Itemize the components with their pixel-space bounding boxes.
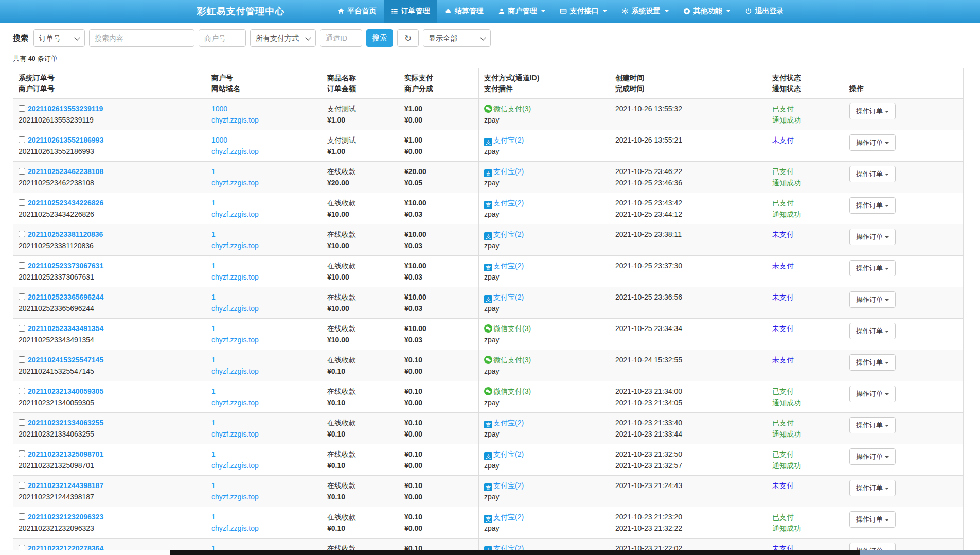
order-checkbox[interactable] [19,356,25,363]
merchant-id-input[interactable] [199,29,246,47]
order-action-button[interactable]: 操作订单 [849,386,896,402]
order-checkbox[interactable] [19,199,25,206]
order-checkbox[interactable] [19,419,25,426]
order-action-button[interactable]: 操作订单 [849,511,896,528]
site-domain-link[interactable]: chyzf.zzgis.top [211,336,259,344]
merchant-id-link[interactable]: 1 [211,450,216,458]
nav-item-home[interactable]: 平台首页 [330,0,384,23]
merchant-id-link[interactable]: 1 [211,481,216,490]
order-checkbox[interactable] [19,262,25,269]
order-checkbox[interactable] [19,293,25,300]
pay-status: 已支付 [772,166,839,177]
system-order-link[interactable]: 2021102613552186993 [28,136,103,144]
chevron-down-icon [885,456,889,458]
system-order-link[interactable]: 2021102523365696244 [28,293,103,301]
order-action-button[interactable]: 操作订单 [849,260,896,276]
order-action-button[interactable]: 操作订单 [849,448,896,465]
system-order-link[interactable]: 2021102321334063255 [28,419,103,427]
order-action-button[interactable]: 操作订单 [849,417,896,433]
site-domain-link[interactable]: chyzf.zzgis.top [211,147,259,155]
site-domain-link[interactable]: chyzf.zzgis.top [211,116,259,124]
channel-id-input[interactable] [320,29,362,47]
merchant-id-link[interactable]: 1000 [211,105,227,113]
merchant-id-link[interactable]: 1 [211,262,216,270]
notify-status [772,303,839,314]
nav-item-settlement[interactable]: 结算管理 [437,0,491,23]
order-action-button[interactable]: 操作订单 [849,323,896,339]
paid-amount: ¥10.00 [404,323,473,334]
site-domain-link[interactable]: chyzf.zzgis.top [211,430,259,438]
site-domain-link[interactable]: chyzf.zzgis.top [211,304,259,313]
system-order-link[interactable]: 2021102321232096323 [28,513,103,521]
site-domain-link[interactable]: chyzf.zzgis.top [211,210,259,218]
site-domain-link[interactable]: chyzf.zzgis.top [211,273,259,281]
system-order-link[interactable]: 2021102523381120836 [28,230,103,238]
system-order-link[interactable]: 2021102321325098701 [28,450,103,458]
scrollbar-thumb[interactable] [170,550,860,555]
pay-method: 支支付宝(2) [484,291,604,303]
paytype-select[interactable]: 所有支付方式 [250,29,316,47]
merchant-id-link[interactable]: 1000 [211,136,227,144]
order-checkbox[interactable] [19,325,25,332]
system-order-link[interactable]: 2021102613553239119 [28,105,103,113]
merchant-id-link[interactable]: 1 [211,419,216,427]
order-checkbox[interactable] [19,388,25,394]
system-order-link[interactable]: 2021102523462238108 [28,167,103,176]
column-header: 支付状态通知状态 [767,68,844,99]
order-action-button[interactable]: 操作订单 [849,229,896,245]
order-action-button[interactable]: 操作订单 [849,134,896,151]
site-domain-link[interactable]: chyzf.zzgis.top [211,241,259,250]
system-order-link[interactable]: 2021102321244398187 [28,481,103,490]
order-checkbox[interactable] [19,231,25,237]
search-type-select[interactable]: 订单号 [33,29,85,47]
merchant-id-link[interactable]: 1 [211,356,216,364]
merchant-id-link[interactable]: 1 [211,387,216,395]
merchant-id-link[interactable]: 1 [211,513,216,521]
merchant-id-link[interactable]: 1 [211,230,216,238]
site-domain-link[interactable]: chyzf.zzgis.top [211,367,259,375]
site-domain-link[interactable]: chyzf.zzgis.top [211,461,259,470]
refresh-button[interactable]: ↻ [397,29,419,47]
order-checkbox[interactable] [19,105,25,112]
site-domain-link[interactable]: chyzf.zzgis.top [211,493,259,501]
merchant-id-link[interactable]: 1 [211,293,216,301]
order-action-button[interactable]: 操作订单 [849,166,896,182]
system-order-link[interactable]: 2021102415325547145 [28,356,103,364]
merchant-share: ¥0.03 [404,240,473,251]
system-order-link[interactable]: 2021102321340059305 [28,387,103,395]
order-action-button[interactable]: 操作订单 [849,354,896,371]
nav-item-interfaces[interactable]: 支付接口 [553,0,614,23]
nav-item-others[interactable]: 其他功能 [676,0,738,23]
order-action-button[interactable]: 操作订单 [849,480,896,496]
nav-item-settings[interactable]: 系统设置 [614,0,676,23]
order-checkbox[interactable] [19,450,25,457]
pay-plugin: zpay [484,303,604,314]
site-domain-link[interactable]: chyzf.zzgis.top [211,179,259,187]
system-order-link[interactable]: 2021102523343491354 [28,324,103,333]
order-action-button[interactable]: 操作订单 [849,103,896,119]
merchant-id-link[interactable]: 1 [211,167,216,176]
nav-item-orders[interactable]: 订单管理 [384,0,437,23]
display-filter-select[interactable]: 显示全部 [423,29,491,47]
merchant-id-link[interactable]: 1 [211,324,216,333]
order-action-button[interactable]: 操作订单 [849,291,896,308]
search-button[interactable]: 搜索 [366,29,393,47]
merchant-share: ¥0.03 [404,303,473,314]
order-checkbox[interactable] [19,168,25,175]
alipay-icon: 支 [484,264,492,271]
merchant-id-link[interactable]: 1 [211,199,216,207]
system-order-link[interactable]: 2021102523373067631 [28,262,103,270]
site-domain-link[interactable]: chyzf.zzgis.top [211,398,259,407]
site-domain-link[interactable]: chyzf.zzgis.top [211,524,259,532]
order-action-button[interactable]: 操作订单 [849,197,896,214]
order-checkbox[interactable] [19,136,25,143]
notify-status: 通知成功 [772,523,839,534]
nav-item-merchants[interactable]: 商户管理 [491,0,553,23]
search-content-input[interactable] [89,29,194,47]
system-order-link[interactable]: 2021102523434226826 [28,199,103,207]
notify-status [772,366,839,377]
order-checkbox[interactable] [19,482,25,489]
chevron-down-icon [885,299,889,301]
order-checkbox[interactable] [19,513,25,520]
nav-item-logout[interactable]: 退出登录 [738,0,791,23]
